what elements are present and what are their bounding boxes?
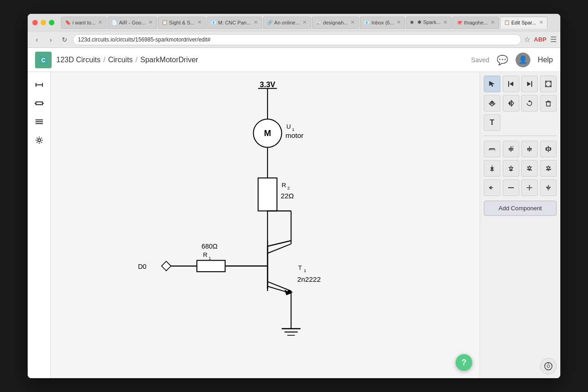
svg-text:22Ω: 22Ω	[281, 192, 294, 200]
nav-icons: ☆ ABP ☰	[524, 35, 557, 44]
svg-text:T: T	[298, 264, 302, 271]
junction-tool[interactable]	[521, 179, 538, 196]
close-button[interactable]	[32, 20, 38, 25]
svg-marker-69	[511, 101, 514, 106]
tab-close-icon[interactable]: ✕	[350, 19, 355, 25]
reload-button[interactable]: ↻	[59, 34, 70, 45]
breadcrumb-sep2: /	[136, 56, 137, 64]
tool-row-1	[484, 76, 557, 92]
title-bar: 🔖i want to...✕📄AiR - Goo...✕📋Sight & S..…	[28, 14, 560, 31]
tab-label: Inbox (6...	[371, 20, 394, 25]
browser-tab-t7[interactable]: 📧Inbox (6...✕	[360, 17, 405, 29]
breadcrumb-sep1: /	[103, 56, 105, 64]
polar-cap-tool[interactable]: +	[503, 141, 519, 157]
browser-tab-t9[interactable]: 🐙thiagohe...✕	[452, 17, 499, 29]
rotate-tool[interactable]	[521, 95, 538, 112]
oscilloscope-tool[interactable]	[540, 358, 557, 374]
tab-close-icon[interactable]: ✕	[443, 19, 447, 25]
address-bar[interactable]: 123d.circuits.io/circuits/156985-sparkmo…	[73, 34, 521, 45]
browser-window: 🔖i want to...✕📄AiR - Goo...✕📋Sight & S..…	[28, 14, 560, 378]
tab-favicon: 📰	[316, 20, 321, 25]
chat-icon[interactable]: 💬	[497, 54, 508, 65]
tab-close-icon[interactable]: ✕	[303, 19, 307, 25]
back-button[interactable]: ‹	[31, 34, 42, 45]
help-link[interactable]: Help	[538, 56, 553, 64]
address-text: 123d.circuits.io/circuits/156985-sparkmo…	[78, 36, 210, 43]
browser-tab-t3[interactable]: 📋Sight & S...✕	[158, 17, 206, 29]
svg-text:M: M	[264, 128, 271, 138]
zener-tool[interactable]	[540, 160, 557, 177]
browser-tab-t6[interactable]: 📰designah...✕	[312, 17, 359, 29]
tab-close-icon[interactable]: ✕	[148, 19, 153, 25]
star-icon[interactable]: ☆	[524, 35, 530, 44]
app-header: C 123D Circuits / Circuits / SparkMotorD…	[28, 48, 560, 72]
svg-text:+: +	[512, 145, 514, 148]
header-right: Saved 💬 👤 Help	[471, 53, 553, 67]
user-avatar[interactable]: 👤	[516, 53, 530, 67]
tab-label: Sight & S...	[169, 20, 195, 25]
last-frame-tool[interactable]	[521, 76, 538, 92]
schottky-tool[interactable]	[521, 160, 538, 177]
browser-tab-t1[interactable]: 🔖i want to...✕	[61, 17, 107, 29]
svg-marker-67	[508, 101, 511, 106]
app-logo: C	[35, 52, 52, 68]
tab-favicon: ✱	[410, 20, 416, 25]
first-frame-tool[interactable]	[503, 76, 519, 92]
breadcrumb-project[interactable]: SparkMotorDriver	[140, 56, 198, 64]
svg-point-11	[38, 139, 41, 142]
tab-close-icon[interactable]: ✕	[98, 19, 102, 25]
text-tool[interactable]: T	[484, 114, 500, 131]
wire-tool[interactable]	[503, 179, 519, 196]
tab-label: ✱ Spark...	[417, 19, 440, 25]
tabs-bar: 🔖i want to...✕📄AiR - Goo...✕📋Sight & S..…	[61, 17, 556, 29]
browser-tab-t2[interactable]: 📄AiR - Goo...✕	[107, 17, 156, 29]
maximize-button[interactable]	[49, 20, 54, 25]
menu-icon[interactable]: ☰	[550, 35, 557, 44]
flip-horizontal-tool[interactable]	[503, 95, 519, 112]
svg-marker-56	[510, 82, 513, 86]
crystal-tool[interactable]	[540, 141, 557, 157]
add-component-button[interactable]: Add Component	[484, 201, 557, 216]
minimize-button[interactable]	[41, 20, 46, 25]
forward-button[interactable]: ›	[45, 34, 56, 45]
fit-screen-tool[interactable]	[540, 76, 557, 92]
ground-tool[interactable]	[540, 179, 557, 196]
flip-vertical-tool[interactable]	[484, 95, 500, 112]
sidebar-tool-settings[interactable]	[31, 132, 48, 148]
select-tool[interactable]	[484, 76, 500, 92]
svg-text:U: U	[286, 123, 291, 130]
voltage-source-tool[interactable]	[484, 179, 500, 196]
canvas-area[interactable]: 3.3V M U 1 motor R 2	[51, 72, 480, 378]
tab-close-icon[interactable]: ✕	[197, 19, 202, 25]
sidebar-tool-list[interactable]	[31, 113, 48, 130]
help-fab[interactable]: ?	[456, 354, 472, 371]
breadcrumb: 123D Circuits / Circuits / SparkMotorDri…	[56, 56, 198, 64]
led-tool[interactable]	[484, 160, 500, 177]
cap-tool[interactable]	[521, 141, 538, 157]
browser-tab-t4[interactable]: 📧M: CNC Pan...✕	[207, 17, 262, 29]
component-row-1: +	[484, 141, 557, 157]
tab-favicon: 📧	[211, 20, 216, 25]
tab-close-icon[interactable]: ✕	[254, 19, 258, 25]
adblock-icon[interactable]: ABP	[534, 36, 546, 43]
sidebar-tool-components[interactable]	[31, 95, 48, 112]
tab-label: Edit Spar...	[511, 20, 536, 25]
breadcrumb-circuits[interactable]: Circuits	[108, 56, 132, 64]
browser-tab-t10[interactable]: 📋Edit Spar...✕	[500, 17, 547, 29]
tab-favicon: 🔗	[267, 20, 273, 25]
browser-tab-t8[interactable]: ✱✱ Spark...✕	[406, 17, 451, 29]
app-title[interactable]: 123D Circuits	[56, 56, 101, 64]
tab-close-icon[interactable]: ✕	[539, 19, 543, 25]
browser-tab-t5[interactable]: 🔗An online...✕	[263, 17, 311, 29]
svg-marker-58	[527, 82, 531, 86]
tab-close-icon[interactable]: ✕	[397, 19, 401, 25]
main-content: 3.3V M U 1 motor R 2	[28, 72, 560, 378]
svg-text:2n2222: 2n2222	[297, 275, 321, 283]
tab-close-icon[interactable]: ✕	[491, 19, 495, 25]
diode-tool[interactable]	[503, 160, 519, 177]
inductor-tool[interactable]	[484, 141, 500, 157]
sidebar-tool-wire[interactable]	[31, 77, 48, 93]
delete-tool[interactable]	[540, 95, 557, 112]
svg-text:1: 1	[208, 256, 211, 261]
voltage-label: 3.3V	[260, 80, 275, 89]
